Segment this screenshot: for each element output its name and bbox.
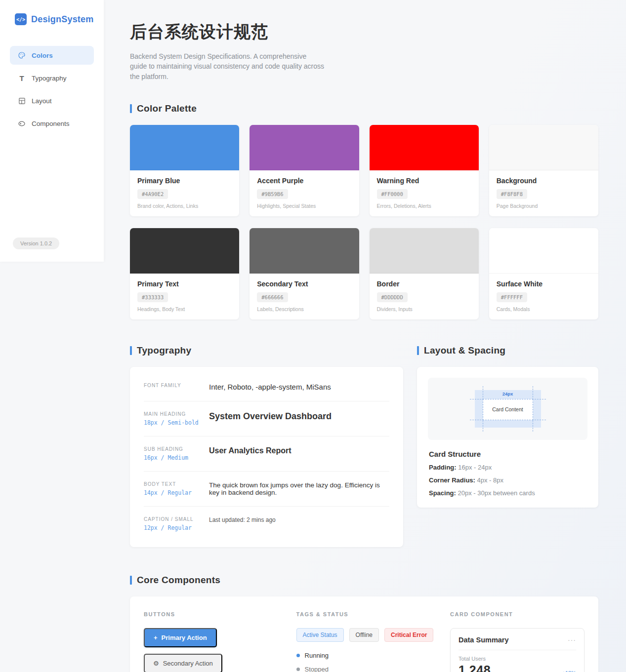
color-swatch xyxy=(489,228,598,274)
typography-row-caption: CAPTION / SMALL 12px / Regular Last upda… xyxy=(144,507,389,541)
color-hex-chip: #DDDDDD xyxy=(377,292,408,302)
type-icon: T xyxy=(18,74,26,82)
typo-meta: 12px / Regular xyxy=(144,524,209,531)
typo-label: MAIN HEADING xyxy=(144,411,209,417)
tags-status-column: TAGS & STATUS Active Status Offline Crit… xyxy=(296,611,450,672)
card-component-column: CARD COMPONENT Data Summary ··· Total Us… xyxy=(450,611,584,672)
tag-active-status[interactable]: Active Status xyxy=(296,628,344,642)
color-hex-chip: #FF0000 xyxy=(377,189,408,199)
spec-corner-radius: Corner Radius: 4px - 8px xyxy=(428,476,587,484)
color-name: Primary Text xyxy=(137,280,232,288)
status-stopped: Stopped xyxy=(296,666,450,672)
sidebar: </> DesignSystem Colors T Typography xyxy=(0,0,104,262)
version-badge: Version 1.0.2 xyxy=(13,237,59,249)
color-name: Secondary Text xyxy=(257,280,351,288)
more-options-icon[interactable]: ··· xyxy=(568,636,576,644)
sidebar-item-components[interactable]: Components xyxy=(10,114,94,133)
gear-icon: ⚙ xyxy=(153,660,159,667)
color-swatch xyxy=(370,125,479,170)
section-header: Color Palette xyxy=(130,103,598,114)
card-spacing-diagram: 24px Card Content xyxy=(428,378,587,440)
color-name: Primary Blue xyxy=(137,177,232,185)
summary-card-title: Data Summary xyxy=(459,636,509,644)
color-name: Warning Red xyxy=(377,177,471,185)
color-card-primary-blue: Primary Blue #4A90E2 Brand color, Action… xyxy=(130,125,239,216)
typography-row-sub-heading: SUB HEADING 16px / Medium User Analytics… xyxy=(144,436,389,472)
layout-grid-icon xyxy=(18,97,26,105)
typo-sample: Last updated: 2 mins ago xyxy=(209,516,389,531)
sidebar-item-label: Colors xyxy=(32,52,53,59)
sidebar-item-colors[interactable]: Colors xyxy=(10,46,94,65)
spec-spacing: Spacing: 20px - 30px between cards xyxy=(428,489,587,497)
color-usage: Brand color, Actions, Links xyxy=(137,203,232,209)
color-hex-chip: #F8F8F8 xyxy=(497,189,527,199)
spec-padding: Padding: 16px - 24px xyxy=(428,464,587,471)
color-card-secondary-text: Secondary Text #666666 Labels, Descripti… xyxy=(250,228,359,319)
app-title: DesignSystem xyxy=(31,14,93,25)
color-usage: Cards, Modals xyxy=(497,306,591,312)
divider xyxy=(459,650,576,650)
toggle-icon xyxy=(18,119,26,127)
status-dot-blue xyxy=(296,654,300,657)
section-core-components: Core Components BUTTONS + Primary Action… xyxy=(130,575,598,672)
sidebar-item-label: Components xyxy=(32,120,70,127)
tags-column-label: TAGS & STATUS xyxy=(296,611,450,617)
padding-measure-label: 24px xyxy=(475,391,541,396)
layout-panel: 24px Card Content Card Structure Padding… xyxy=(417,367,598,508)
status-dot-gray xyxy=(296,668,300,671)
sidebar-item-label: Layout xyxy=(32,97,52,105)
typo-meta: 18px / Semi-bold xyxy=(144,419,209,426)
section-accent-bar xyxy=(130,104,132,113)
sidebar-item-typography[interactable]: T Typography xyxy=(10,69,94,87)
tag-offline[interactable]: Offline xyxy=(349,628,379,642)
plus-icon: + xyxy=(154,634,158,641)
sidebar-item-layout[interactable]: Layout xyxy=(10,91,94,110)
buttons-column: BUTTONS + Primary Action ⚙ Secondary Act… xyxy=(144,611,296,672)
metric-label: Total Users xyxy=(459,656,576,662)
section-title: Core Components xyxy=(137,575,220,586)
color-hex-chip: #333333 xyxy=(137,292,168,302)
primary-action-button[interactable]: + Primary Action xyxy=(144,628,217,647)
buttons-column-label: BUTTONS xyxy=(144,611,296,617)
status-running: Running xyxy=(296,652,450,659)
section-header: Core Components xyxy=(130,575,598,586)
color-card-primary-text: Primary Text #333333 Headings, Body Text xyxy=(130,228,239,319)
typo-meta: 14px / Regular xyxy=(144,489,209,496)
sidebar-nav: Colors T Typography Layout Components xyxy=(0,46,104,133)
typography-row-body-text: BODY TEXT 14px / Regular The quick brown… xyxy=(144,472,389,507)
secondary-action-button[interactable]: ⚙ Secondary Action xyxy=(144,654,222,672)
color-name: Accent Purple xyxy=(257,177,351,185)
typo-label: BODY TEXT xyxy=(144,481,209,487)
color-card-accent-purple: Accent Purple #9B59B6 Highlights, Specia… xyxy=(250,125,359,216)
section-header: Typography xyxy=(130,345,403,356)
section-title: Layout & Spacing xyxy=(424,345,505,356)
typo-label: FONT FAMILY xyxy=(144,383,209,388)
tag-critical-error[interactable]: Critical Error xyxy=(384,628,433,642)
typography-row-font-family: FONT FAMILY Inter, Roboto, -apple-system… xyxy=(144,373,389,401)
section-color-palette: Color Palette Primary Blue #4A90E2 Brand… xyxy=(130,103,598,319)
color-card-border: Border #DDDDDD Dividers, Inputs xyxy=(370,228,479,319)
card-structure-title: Card Structure xyxy=(428,450,587,458)
section-title: Color Palette xyxy=(137,103,197,114)
color-card-grid: Primary Blue #4A90E2 Brand color, Action… xyxy=(130,125,598,319)
color-swatch xyxy=(489,125,598,170)
color-hex-chip: #666666 xyxy=(257,292,288,302)
components-panel: BUTTONS + Primary Action ⚙ Secondary Act… xyxy=(130,596,598,672)
typo-sample: The quick brown fox jumps over the lazy … xyxy=(209,481,389,496)
code-icon: </> xyxy=(15,13,27,25)
diagram-content-box: Card Content xyxy=(483,399,533,420)
color-card-background: Background #F8F8F8 Page Background xyxy=(489,125,598,216)
color-swatch xyxy=(250,125,359,170)
card-column-label: CARD COMPONENT xyxy=(450,611,584,617)
data-summary-card: Data Summary ··· Total Users 1,248 +12% xyxy=(450,628,584,672)
palette-icon xyxy=(18,51,26,59)
section-accent-bar xyxy=(130,576,132,585)
typo-sample: System Overview Dashboard xyxy=(209,411,389,426)
section-typography: Typography FONT FAMILY Inter, Roboto, -a… xyxy=(130,345,403,547)
sidebar-item-label: Typography xyxy=(32,75,67,82)
color-usage: Highlights, Special States xyxy=(257,203,351,209)
metric-value: 1,248 xyxy=(459,663,491,672)
section-accent-bar xyxy=(417,346,419,355)
color-usage: Dividers, Inputs xyxy=(377,306,471,312)
section-header: Layout & Spacing xyxy=(417,345,598,356)
